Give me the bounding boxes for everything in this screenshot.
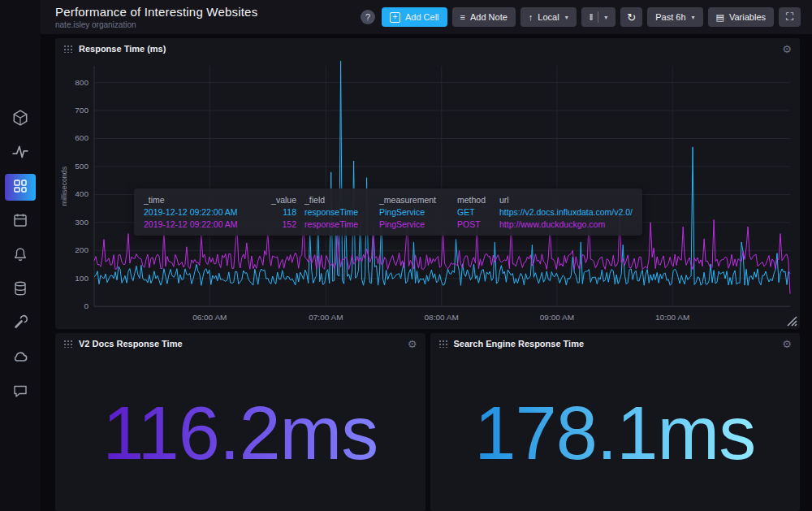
sidebar-item-settings[interactable] <box>5 310 36 337</box>
note-lines-icon: ≡ <box>460 13 465 22</box>
chat-bubble-icon <box>12 383 28 402</box>
drag-handle-icon[interactable] <box>63 45 72 53</box>
calendar-icon <box>12 212 28 232</box>
stat-body: 178.1ms <box>430 354 801 511</box>
gear-icon[interactable]: ⚙ <box>408 339 417 349</box>
tooltip-table: _time _value _field _measurement method … <box>144 195 633 229</box>
svg-text:08:00 AM: 08:00 AM <box>425 313 459 322</box>
svg-text:07:00 AM: 07:00 AM <box>309 313 343 322</box>
cell-title: Response Time (ms) <box>79 44 166 54</box>
svg-text:10:00 AM: 10:00 AM <box>655 313 689 322</box>
help-button[interactable]: ? <box>361 10 375 24</box>
chevron-down-icon: ▾ <box>692 14 695 21</box>
tooltip-cell: responseTime <box>304 207 371 217</box>
svg-text:200: 200 <box>75 245 89 254</box>
timezone-label: Local <box>538 12 559 22</box>
tooltip-cell: http://www.duckduckgo.com <box>499 219 633 229</box>
database-icon <box>12 280 28 300</box>
stat-body: 116.2ms <box>55 354 425 511</box>
toolbar: ? + Add Cell ≡ Add Note ↑ Local ▾ ‖ <box>361 7 801 27</box>
svg-text:0: 0 <box>84 301 89 310</box>
add-note-label: Add Note <box>470 12 508 22</box>
tooltip-col-header: url <box>499 195 633 205</box>
tooltip-cell: PingService <box>379 207 449 217</box>
cell-response-time: Response Time (ms) ⚙ 0100200300400500600… <box>55 38 800 329</box>
svg-text:milliseconds: milliseconds <box>60 166 68 206</box>
refresh-icon: ↻ <box>627 11 636 24</box>
bell-icon <box>12 246 28 266</box>
svg-text:100: 100 <box>75 274 89 283</box>
sidebar-item-home[interactable] <box>5 106 36 132</box>
single-stat-value: 116.2ms <box>102 396 378 470</box>
variables-label: Variables <box>729 12 766 22</box>
page-header: Performance of Interesting Websites nate… <box>41 0 812 34</box>
cloud-icon <box>11 348 29 369</box>
cell-header: Response Time (ms) ⚙ <box>55 38 800 59</box>
sidebar-item-dashboards[interactable] <box>5 174 36 201</box>
tooltip-cell: 118 <box>264 207 296 217</box>
svg-text:400: 400 <box>75 189 89 198</box>
tooltip-cell: 2019-12-12 09:22:00 AM <box>144 207 256 217</box>
svg-text:300: 300 <box>75 218 89 227</box>
drag-handle-icon[interactable] <box>63 340 72 348</box>
cell-v2-docs-response-time: V2 Docs Response Time ⚙ 116.2ms <box>55 333 425 511</box>
gear-icon[interactable]: ⚙ <box>782 44 792 54</box>
wrench-icon <box>12 314 28 334</box>
nav-sidebar <box>0 0 41 511</box>
svg-text:800: 800 <box>75 78 89 87</box>
time-range-dropdown[interactable]: Past 6h ▾ <box>647 7 702 27</box>
graph-tooltip: _time _value _field _measurement method … <box>134 188 642 236</box>
tooltip-col-header: _time <box>144 195 256 205</box>
svg-text:500: 500 <box>75 162 89 171</box>
variables-icon: ▤ <box>716 13 724 22</box>
button-divider <box>598 11 598 23</box>
svg-text:600: 600 <box>75 134 89 143</box>
svg-text:09:00 AM: 09:00 AM <box>540 313 574 322</box>
drag-handle-icon[interactable] <box>438 340 447 348</box>
tooltip-col-header: method <box>457 195 491 205</box>
tooltip-cell: GET <box>457 207 491 217</box>
refresh-button[interactable]: ↻ <box>620 7 642 27</box>
sidebar-item-tasks[interactable] <box>5 208 36 235</box>
variables-button[interactable]: ▤ Variables <box>708 7 774 27</box>
timezone-dropdown[interactable]: ↑ Local ▾ <box>520 7 577 27</box>
tooltip-cell: https://v2.docs.influxdata.com/v2.0/ <box>499 207 633 217</box>
presentation-icon: ⛶ <box>786 11 793 24</box>
sidebar-item-data-explorer[interactable] <box>5 140 36 167</box>
tooltip-cell: 152 <box>264 219 296 229</box>
tooltip-col-header: _measurement <box>379 195 449 205</box>
add-cell-button[interactable]: + Add Cell <box>382 7 447 27</box>
cell-title: Search Engine Response Time <box>454 339 585 349</box>
question-icon: ? <box>365 12 370 22</box>
tooltip-cell: PingService <box>379 219 449 229</box>
chevron-down-icon: ▾ <box>565 14 568 21</box>
cell-title: V2 Docs Response Time <box>79 339 183 349</box>
tooltip-cell: responseTime <box>304 219 371 229</box>
time-range-label: Past 6h <box>655 12 685 22</box>
presentation-mode-button[interactable]: ⛶ <box>779 7 801 27</box>
app-root: Performance of Interesting Websites nate… <box>0 0 812 511</box>
dashboard-grid: Response Time (ms) ⚙ 0100200300400500600… <box>41 34 812 511</box>
add-note-button[interactable]: ≡ Add Note <box>452 7 516 27</box>
svg-text:700: 700 <box>75 106 89 115</box>
sidebar-item-cloud[interactable] <box>5 344 36 371</box>
main-area: Performance of Interesting Websites nate… <box>41 0 812 511</box>
cell-header: V2 Docs Response Time ⚙ <box>55 333 425 354</box>
svg-text:06:00 AM: 06:00 AM <box>192 313 227 322</box>
chevron-down-icon: ▾ <box>604 14 607 21</box>
pause-refresh-button[interactable]: ‖ ▾ <box>581 7 616 27</box>
sidebar-item-alerts[interactable] <box>5 242 36 269</box>
tooltip-cell: POST <box>457 219 491 229</box>
tooltip-col-header: _field <box>304 195 371 205</box>
influxdb-logo-icon <box>11 109 29 130</box>
resize-handle[interactable] <box>784 314 797 327</box>
org-subtitle: nate.isley organization <box>55 20 257 29</box>
sidebar-item-feedback[interactable] <box>5 379 36 405</box>
gear-icon[interactable]: ⚙ <box>782 339 792 349</box>
add-cell-label: Add Cell <box>405 12 439 22</box>
pause-icon: ‖ <box>590 13 594 22</box>
graph-body: 010020030040050060070080006:00 AM07:00 A… <box>55 59 800 329</box>
pulse-graph-icon <box>11 143 29 164</box>
dashboards-icon <box>12 178 28 197</box>
sidebar-item-load-data[interactable] <box>5 276 36 303</box>
